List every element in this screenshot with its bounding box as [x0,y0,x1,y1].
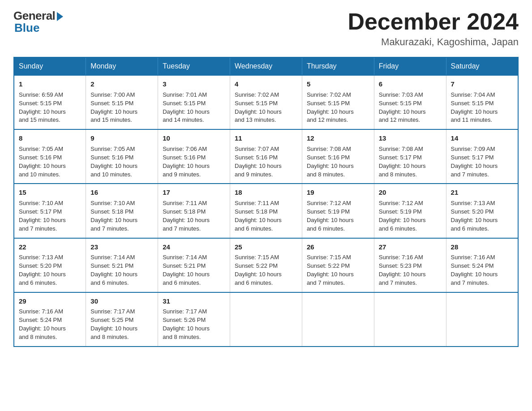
day-number: 7 [451,79,513,89]
calendar-cell [230,292,302,347]
day-number: 12 [307,133,369,143]
header-row: Sunday Monday Tuesday Wednesday Thursday… [14,57,518,75]
calendar-cell: 31Sunrise: 7:17 AMSunset: 5:26 PMDayligh… [158,292,230,347]
day-number: 21 [451,188,513,197]
calendar-cell: 23Sunrise: 7:14 AMSunset: 5:21 PMDayligh… [86,238,158,292]
calendar-body: 1Sunrise: 6:59 AMSunset: 5:15 PMDaylight… [14,75,518,347]
day-number: 14 [451,133,513,143]
calendar-cell: 8Sunrise: 7:05 AMSunset: 5:16 PMDaylight… [14,129,86,184]
calendar-week-5: 29Sunrise: 7:16 AMSunset: 5:24 PMDayligh… [14,292,518,347]
calendar-cell: 6Sunrise: 7:03 AMSunset: 5:15 PMDaylight… [374,75,446,129]
day-number: 11 [235,133,297,143]
calendar-cell: 14Sunrise: 7:09 AMSunset: 5:17 PMDayligh… [446,129,518,184]
day-number: 31 [163,296,225,306]
calendar-week-1: 1Sunrise: 6:59 AMSunset: 5:15 PMDaylight… [14,75,518,129]
header-tuesday: Tuesday [158,57,230,75]
day-number: 17 [163,188,225,197]
logo-triangle-icon [57,12,63,21]
day-number: 4 [235,79,297,89]
day-number: 20 [379,188,442,197]
calendar-cell: 22Sunrise: 7:13 AMSunset: 5:20 PMDayligh… [14,238,86,292]
day-number: 29 [19,296,81,306]
calendar-cell: 7Sunrise: 7:04 AMSunset: 5:15 PMDaylight… [446,75,518,129]
calendar-cell: 28Sunrise: 7:16 AMSunset: 5:24 PMDayligh… [446,238,518,292]
calendar-cell: 20Sunrise: 7:12 AMSunset: 5:19 PMDayligh… [374,184,446,238]
calendar-week-2: 8Sunrise: 7:05 AMSunset: 5:16 PMDaylight… [14,129,518,184]
day-number: 19 [307,188,369,197]
calendar-cell [446,292,518,347]
day-number: 26 [307,242,369,252]
month-title: December 2024 [348,9,519,34]
calendar-cell: 4Sunrise: 7:02 AMSunset: 5:15 PMDaylight… [230,75,302,129]
page-header: General Blue December 2024 Makurazaki, K… [13,9,519,48]
header-saturday: Saturday [446,57,518,75]
calendar-cell: 3Sunrise: 7:01 AMSunset: 5:15 PMDaylight… [158,75,230,129]
calendar-cell: 15Sunrise: 7:10 AMSunset: 5:17 PMDayligh… [14,184,86,238]
calendar-cell [302,292,374,347]
day-number: 9 [90,133,153,143]
calendar-cell: 13Sunrise: 7:08 AMSunset: 5:17 PMDayligh… [374,129,446,184]
calendar-cell: 1Sunrise: 6:59 AMSunset: 5:15 PMDaylight… [14,75,86,129]
calendar-week-3: 15Sunrise: 7:10 AMSunset: 5:17 PMDayligh… [14,184,518,238]
calendar-cell: 10Sunrise: 7:06 AMSunset: 5:16 PMDayligh… [158,129,230,184]
day-number: 30 [90,296,153,306]
calendar-cell: 9Sunrise: 7:05 AMSunset: 5:16 PMDaylight… [86,129,158,184]
day-number: 28 [451,242,513,252]
header-wednesday: Wednesday [230,57,302,75]
title-area: December 2024 Makurazaki, Kagoshima, Jap… [348,9,519,48]
header-thursday: Thursday [302,57,374,75]
day-number: 1 [19,79,81,89]
day-number: 13 [379,133,442,143]
day-number: 23 [90,242,153,252]
calendar-cell: 21Sunrise: 7:13 AMSunset: 5:20 PMDayligh… [446,184,518,238]
calendar-cell: 5Sunrise: 7:02 AMSunset: 5:15 PMDaylight… [302,75,374,129]
day-number: 18 [235,188,297,197]
calendar-cell: 12Sunrise: 7:08 AMSunset: 5:16 PMDayligh… [302,129,374,184]
day-number: 15 [19,188,81,197]
calendar-cell: 27Sunrise: 7:16 AMSunset: 5:23 PMDayligh… [374,238,446,292]
day-number: 10 [163,133,225,143]
header-sunday: Sunday [14,57,86,75]
logo-blue-text: Blue [13,21,39,35]
calendar-cell: 26Sunrise: 7:15 AMSunset: 5:22 PMDayligh… [302,238,374,292]
day-number: 2 [90,79,153,89]
calendar-cell: 29Sunrise: 7:16 AMSunset: 5:24 PMDayligh… [14,292,86,347]
calendar-cell: 16Sunrise: 7:10 AMSunset: 5:18 PMDayligh… [86,184,158,238]
day-number: 27 [379,242,442,252]
day-number: 3 [163,79,225,89]
calendar-table: Sunday Monday Tuesday Wednesday Thursday… [13,57,519,347]
location-subtitle: Makurazaki, Kagoshima, Japan [348,36,519,48]
day-number: 24 [163,242,225,252]
calendar-cell: 24Sunrise: 7:14 AMSunset: 5:21 PMDayligh… [158,238,230,292]
calendar-week-4: 22Sunrise: 7:13 AMSunset: 5:20 PMDayligh… [14,238,518,292]
day-number: 22 [19,242,81,252]
calendar-cell [374,292,446,347]
header-monday: Monday [86,57,158,75]
calendar-cell: 25Sunrise: 7:15 AMSunset: 5:22 PMDayligh… [230,238,302,292]
day-number: 8 [19,133,81,143]
calendar-cell: 19Sunrise: 7:12 AMSunset: 5:19 PMDayligh… [302,184,374,238]
calendar-cell: 18Sunrise: 7:11 AMSunset: 5:18 PMDayligh… [230,184,302,238]
calendar-header: Sunday Monday Tuesday Wednesday Thursday… [14,57,518,75]
day-number: 25 [235,242,297,252]
header-friday: Friday [374,57,446,75]
calendar-cell: 17Sunrise: 7:11 AMSunset: 5:18 PMDayligh… [158,184,230,238]
day-number: 16 [90,188,153,197]
calendar-cell: 2Sunrise: 7:00 AMSunset: 5:15 PMDaylight… [86,75,158,129]
day-number: 5 [307,79,369,89]
calendar-cell: 30Sunrise: 7:17 AMSunset: 5:25 PMDayligh… [86,292,158,347]
calendar-cell: 11Sunrise: 7:07 AMSunset: 5:16 PMDayligh… [230,129,302,184]
logo: General Blue [13,9,63,35]
day-number: 6 [379,79,442,89]
